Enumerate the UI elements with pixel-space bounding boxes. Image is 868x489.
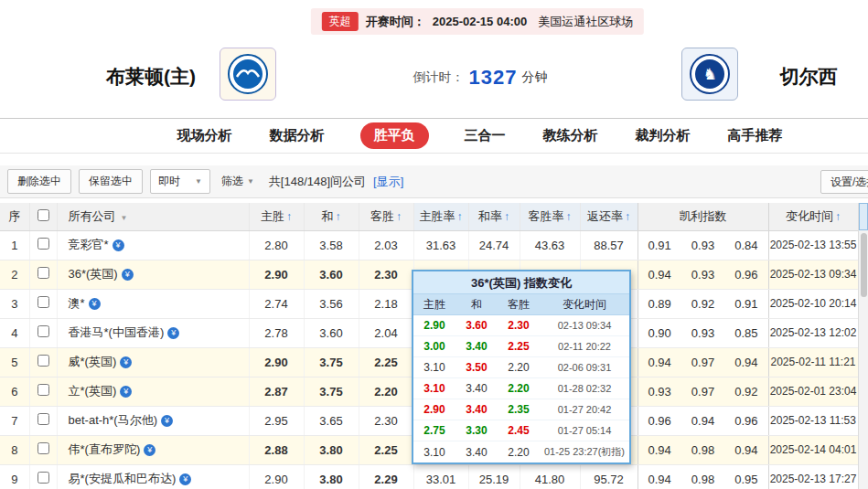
company-info-icon[interactable]: ¥: [89, 298, 101, 310]
row-checkbox[interactable]: [38, 472, 49, 484]
header-home-rate[interactable]: 主胜率↑: [413, 203, 468, 230]
header-away-odds[interactable]: 客胜↑: [359, 203, 413, 230]
nav-tab[interactable]: 裁判分析: [634, 123, 692, 148]
scrollbar-thumb[interactable]: [861, 233, 867, 297]
header-select-all: [29, 203, 57, 230]
company-info-icon[interactable]: ¥: [161, 415, 173, 427]
company-name[interactable]: 威*(英国): [69, 355, 117, 368]
company-name[interactable]: 伟*(直布罗陀): [69, 442, 141, 456]
company-name[interactable]: 香港马*(中国香港): [69, 325, 165, 339]
select-all-checkbox[interactable]: [38, 209, 49, 221]
odds-value: 2.80: [249, 230, 304, 260]
odds-value: 2.03: [359, 230, 413, 260]
odds-value: 2.95: [249, 406, 304, 435]
change-time: 2025-02-13 13:55: [768, 230, 858, 260]
row-checkbox[interactable]: [38, 442, 49, 454]
countdown-label: 倒计时：: [413, 69, 465, 86]
nav-tab[interactable]: 教练分析: [541, 123, 600, 148]
company-cell: 伟*(直布罗陀)¥: [57, 435, 249, 464]
kelly-value: 0.96: [648, 414, 671, 428]
header-home-odds[interactable]: 主胜↑: [249, 203, 304, 230]
popup-change-time: 02-13 09:34: [540, 320, 629, 331]
company-info-icon[interactable]: ¥: [144, 444, 155, 456]
nav-tab[interactable]: 高手推荐: [726, 123, 785, 148]
time-filter-select[interactable]: 即时 ▼: [150, 169, 210, 194]
sort-asc-icon: ↑: [286, 210, 292, 223]
company-name[interactable]: 澳*: [69, 296, 85, 310]
odds-value: 2.90: [249, 260, 304, 289]
company-info-icon[interactable]: ¥: [167, 327, 179, 339]
popup-odds-value: 2.25: [498, 340, 540, 353]
row-index: 2: [0, 260, 29, 289]
popup-header-time: 变化时间: [540, 297, 629, 313]
company-name[interactable]: 36*(英国): [69, 267, 118, 281]
nav-tab[interactable]: 数据分析: [268, 123, 327, 148]
popup-title: 36*(英国) 指数变化: [413, 271, 629, 294]
row-checkbox[interactable]: [38, 325, 49, 337]
kelly-values: 0.940.970.94: [638, 356, 768, 369]
change-time: 2025-02-11 11:21: [768, 347, 858, 377]
header-no: 序: [0, 203, 29, 230]
header-draw-odds[interactable]: 和↑: [304, 203, 359, 230]
company-cell: 竞彩官*¥: [57, 230, 249, 260]
header-away-rate[interactable]: 客胜率↑: [520, 203, 580, 230]
row-checkbox[interactable]: [38, 355, 49, 367]
company-info-icon[interactable]: ¥: [120, 356, 132, 368]
row-checkbox-cell: [29, 260, 57, 289]
nav-tab[interactable]: 现场分析: [176, 123, 234, 148]
row-checkbox[interactable]: [38, 267, 49, 279]
company-name[interactable]: 立*(英国): [69, 384, 117, 398]
settings-button[interactable]: 设置/选择: [820, 170, 868, 194]
row-checkbox[interactable]: [38, 413, 49, 425]
keep-selected-button[interactable]: 保留选中: [79, 169, 143, 194]
header-draw-rate[interactable]: 和率↑: [468, 203, 520, 230]
company-name[interactable]: bet-at-h*(马尔他): [69, 413, 158, 427]
company-name[interactable]: 竞彩官*: [69, 238, 109, 251]
sort-asc-icon: ↑: [336, 210, 341, 223]
odds-value: 2.30: [359, 260, 413, 289]
delete-selected-button[interactable]: 删除选中: [7, 169, 71, 194]
filter-label: 筛选: [221, 174, 243, 189]
company-cell: 威*(英国)¥: [57, 347, 249, 377]
company-info-icon[interactable]: ¥: [122, 269, 134, 281]
row-index: 9: [0, 464, 29, 489]
popup-change-time: 01-27 20:42: [540, 404, 629, 415]
row-checkbox[interactable]: [38, 296, 49, 308]
popup-odds-value: 2.90: [413, 403, 455, 416]
header-change-time-label: 变化时间: [786, 209, 833, 223]
header-change-time[interactable]: 变化时间↑: [768, 203, 858, 230]
filter-dropdown[interactable]: 筛选 ▼: [221, 174, 254, 189]
nav-tab[interactable]: 三合一: [463, 123, 508, 148]
company-name[interactable]: 易*(安提瓜和巴布达): [69, 472, 177, 485]
popup-odds-value: 3.10: [413, 361, 455, 374]
kelly-value: 0.98: [691, 473, 714, 486]
change-time: 2025-02-13 11:53: [768, 406, 858, 435]
kelly-values: 0.940.930.96: [638, 268, 768, 282]
company-info-icon[interactable]: ¥: [113, 239, 124, 251]
row-checkbox[interactable]: [38, 238, 49, 250]
odds-value: 2.25: [359, 435, 413, 464]
kelly-value: 0.94: [648, 443, 671, 457]
table-header-row: 序 所有公司▼ 主胜↑ 和↑ 客胜↑ 主胜率↑ 和率↑ 客胜率↑ 返还率↑ 凯利…: [0, 203, 858, 230]
popup-rows: 2.903.602.3002-13 09:343.003.402.2502-11…: [413, 315, 629, 462]
company-info-icon[interactable]: ¥: [179, 473, 191, 485]
scrollbar[interactable]: [858, 203, 868, 489]
odds-value: 2.18: [359, 289, 413, 318]
header-company[interactable]: 所有公司▼: [57, 203, 249, 230]
row-checkbox-cell: [29, 289, 57, 318]
row-index: 6: [0, 377, 29, 406]
popup-history-row: 2.903.402.3501-27 20:42: [413, 399, 629, 420]
header-draw-rate-label: 和率: [478, 209, 502, 223]
popup-odds-value: 2.20: [498, 382, 540, 395]
kelly-value: 0.91: [648, 239, 671, 252]
show-link[interactable]: [显示]: [373, 174, 403, 190]
nav-tab[interactable]: 胜平负: [360, 122, 429, 149]
kelly-values: 0.890.920.91: [638, 297, 768, 311]
header-return-rate[interactable]: 返还率↑: [580, 203, 638, 230]
row-checkbox[interactable]: [38, 384, 49, 396]
kelly-value: 0.93: [648, 385, 671, 399]
rate-value: 95.72: [580, 464, 638, 489]
odds-value: 2.78: [249, 318, 304, 347]
header-draw-odds-label: 和: [322, 209, 334, 223]
company-info-icon[interactable]: ¥: [120, 386, 132, 398]
